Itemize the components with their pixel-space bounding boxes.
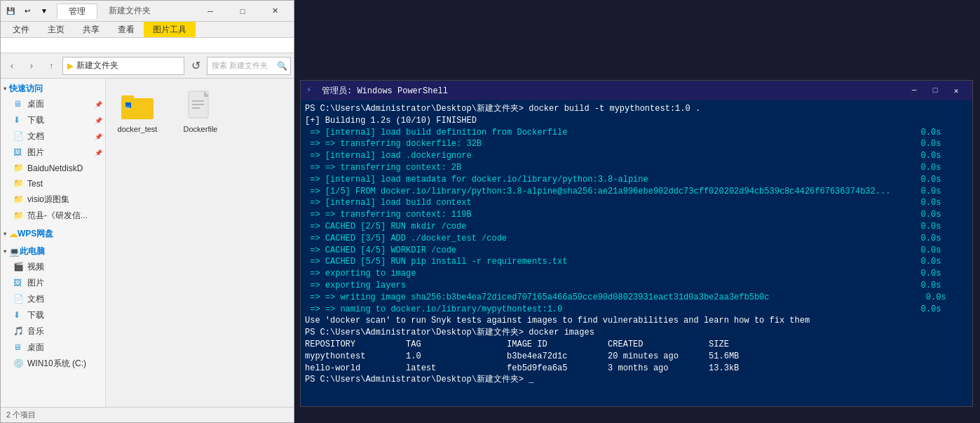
collapse-arrow-icon: ▾ <box>4 86 6 92</box>
tab-manage[interactable]: 管理 <box>57 4 97 19</box>
ps-content[interactable]: PS C:\Users\Administrator\Desktop\新建文件夹>… <box>301 100 972 406</box>
pin-icon: 📌 <box>95 149 102 156</box>
sidebar-header-thispc[interactable]: ▾ 💻 此电脑 <box>1 244 105 259</box>
sidebar-item-pictures[interactable]: 🖼 图片 📌 <box>1 145 105 161</box>
pin-icon: 📌 <box>95 133 102 140</box>
sidebar: ▾ 快速访问 🖥 桌面 📌 ⬇ 下载 📌 📄 文档 📌 <box>1 79 106 407</box>
download2-icon: ⬇ <box>13 310 25 321</box>
close-button[interactable]: ✕ <box>259 1 291 22</box>
sidebar-item-pic2[interactable]: 🖼 图片 <box>1 275 105 291</box>
sidebar-item-fanxian[interactable]: 📁 范县-《研发信... <box>1 208 105 224</box>
visio-folder-icon: 📁 <box>13 194 25 206</box>
tab-view[interactable]: 查看 <box>109 22 144 37</box>
pictures-icon: 🖼 <box>13 147 25 159</box>
ps-line: REPOSITORY TAG IMAGE ID CREATED SIZE <box>305 339 968 351</box>
maximize-button[interactable]: □ <box>226 1 259 22</box>
tab-new-folder[interactable]: 新建文件夹 <box>97 4 162 18</box>
dockerfile-icon <box>183 88 218 123</box>
sidebar-item-label: visio源图集 <box>27 194 69 206</box>
sidebar-item-music[interactable]: 🎵 音乐 <box>1 323 105 340</box>
file-item-docker-test[interactable]: PC docker_test <box>113 86 162 136</box>
explorer-main: ▾ 快速访问 🖥 桌面 📌 ⬇ 下载 📌 📄 文档 📌 <box>1 79 294 407</box>
desktop-icon: 🖥 <box>13 99 25 110</box>
doc2-icon: 📄 <box>13 294 25 305</box>
sidebar-item-download2[interactable]: ⬇ 下载 <box>1 307 105 323</box>
ps-line: => exporting to image 0.0s <box>305 268 968 280</box>
ps-line: mypythontest 1.0 b3be4ea72d1c 20 minutes… <box>305 351 968 363</box>
sidebar-item-label: BaiduNetdiskD <box>27 163 83 173</box>
sidebar-item-label: 下载 <box>27 309 44 321</box>
ps-line: Use 'docker scan' to run Snyk tests agai… <box>305 315 968 327</box>
ps-line: PS C:\Users\Administrator\Desktop\新建文件夹>… <box>305 327 968 339</box>
sidebar-item-downloads[interactable]: ⬇ 下载 📌 <box>1 112 105 128</box>
status-bar: 2 个项目 <box>1 407 294 422</box>
sidebar-item-label: 桌面 <box>27 342 44 354</box>
refresh-button[interactable]: ↺ <box>187 58 204 74</box>
sidebar-item-label: Test <box>27 179 43 189</box>
docker-test-folder-icon: PC <box>120 88 155 123</box>
sidebar-item-label: 下载 <box>27 114 44 126</box>
baidu-folder-icon: 📁 <box>13 163 25 174</box>
desktop2-icon: 🖥 <box>13 342 25 354</box>
sidebar-item-documents[interactable]: 📄 文档 📌 <box>1 128 105 145</box>
docker-test-label: docker_test <box>118 125 158 133</box>
up-button[interactable]: ↑ <box>43 58 60 74</box>
tab-picture-tools[interactable]: 图片工具 <box>144 22 196 37</box>
undo-icon[interactable]: ↩ <box>20 4 34 18</box>
minimize-button[interactable]: ─ <box>194 1 226 22</box>
ps-line: => exporting layers 0.0s <box>305 280 968 292</box>
file-item-dockerfile[interactable]: Dockerfile <box>176 86 225 136</box>
sidebar-item-label: 文档 <box>27 293 44 305</box>
video-icon: 🎬 <box>13 262 25 273</box>
sidebar-item-video[interactable]: 🎬 视频 <box>1 259 105 275</box>
drive-c-icon: 💿 <box>13 358 25 370</box>
ps-line: => [internal] load build definition from… <box>305 127 968 139</box>
svg-text:PC: PC <box>125 105 131 110</box>
address-text: 新建文件夹 <box>76 60 118 72</box>
tab-home[interactable]: 主页 <box>39 22 74 37</box>
ps-line: => [1/5] FROM docker.io/library/python:3… <box>305 186 968 198</box>
documents-icon: 📄 <box>13 131 25 142</box>
item-count: 2 个项目 <box>6 410 36 420</box>
pic2-icon: 🖼 <box>13 278 25 289</box>
sidebar-item-doc2[interactable]: 📄 文档 <box>1 291 105 307</box>
sidebar-item-label: 文档 <box>27 130 44 142</box>
sidebar-item-desktop[interactable]: 🖥 桌面 📌 <box>1 96 105 112</box>
window-controls: ─ □ ✕ <box>194 1 291 22</box>
sidebar-header-quick-access[interactable]: ▾ 快速访问 <box>1 81 105 96</box>
sidebar-item-drive-c[interactable]: 💿 WIN10系统 (C:) <box>1 356 105 372</box>
file-area: PC docker_test Dockerfile <box>106 79 294 407</box>
powershell-icon: ⚡ <box>306 85 318 96</box>
fanxian-folder-icon: 📁 <box>13 210 25 222</box>
ps-line: => [internal] load build context 0.0s <box>305 197 968 209</box>
address-input[interactable]: ▶ 新建文件夹 <box>62 57 184 75</box>
properties-icon[interactable]: ▼ <box>37 4 51 18</box>
sidebar-item-visio[interactable]: 📁 visio源图集 <box>1 192 105 208</box>
sidebar-header-wps[interactable]: ▾ ☁ WPS网盘 <box>1 227 105 241</box>
pin-icon: 📌 <box>95 101 102 108</box>
forward-button[interactable]: › <box>23 58 40 74</box>
ribbon-tabs: 文件 主页 共享 查看 图片工具 <box>1 22 294 37</box>
sidebar-item-desktop2[interactable]: 🖥 桌面 <box>1 340 105 356</box>
search-placeholder: 搜索 新建文件夹 <box>212 60 268 71</box>
download-folder-icon: ⬇ <box>13 115 25 126</box>
ribbon-content <box>1 37 294 53</box>
sidebar-item-baidunetdisk[interactable]: 📁 BaiduNetdiskD <box>1 161 105 176</box>
tab-share[interactable]: 共享 <box>74 22 109 37</box>
ps-line: => => transferring dockerfile: 32B 0.0s <box>305 138 968 150</box>
sidebar-item-label: 视频 <box>27 261 44 273</box>
ps-minimize-button[interactable]: ─ <box>904 81 925 100</box>
search-box[interactable]: 搜索 新建文件夹 🔍 <box>207 57 291 75</box>
ps-maximize-button[interactable]: □ <box>925 81 946 100</box>
quick-save-icon[interactable]: 💾 <box>4 4 18 18</box>
ps-line: => => writing image sha256:b3be4ea72dice… <box>305 292 968 304</box>
collapse-arrow-wps-icon: ▾ <box>4 231 6 237</box>
back-button[interactable]: ‹ <box>4 58 20 74</box>
tab-file[interactable]: 文件 <box>4 22 39 37</box>
music-icon: 🎵 <box>13 326 25 337</box>
ps-line: => CACHED [4/5] WORKDIR /code 0.0s <box>305 245 968 257</box>
explorer-window: 💾 ↩ ▼ 管理 新建文件夹 ─ □ ✕ 文件 主页 共享 查看 图片工具 ‹ … <box>0 0 294 423</box>
sidebar-item-test[interactable]: 📁 Test <box>1 176 105 192</box>
ps-close-button[interactable]: ✕ <box>946 81 967 100</box>
sidebar-section-wps: ▾ ☁ WPS网盘 <box>1 227 105 241</box>
